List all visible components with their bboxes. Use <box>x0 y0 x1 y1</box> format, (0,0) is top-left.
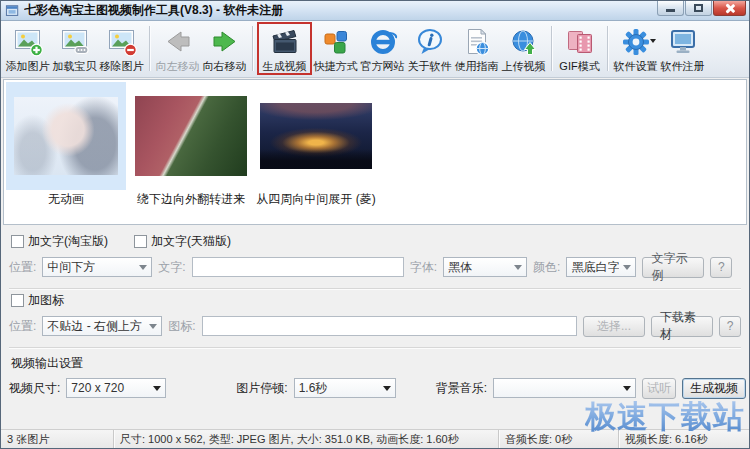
icon-file-label: 图标: <box>168 318 195 335</box>
toolbar-load-item[interactable]: 加载宝贝 <box>51 22 98 75</box>
chevron-down-icon <box>149 324 157 329</box>
toolbar-guide-label: 使用指南 <box>455 59 499 74</box>
listen-button-label: 试听 <box>647 380 671 397</box>
settings-gear-icon <box>620 27 652 57</box>
text-color-label: 颜色: <box>533 259 560 276</box>
toolbar-guide[interactable]: 使用指南 <box>453 22 500 75</box>
app-icon <box>5 4 20 18</box>
video-size-select[interactable]: 720 x 720 <box>66 378 166 398</box>
thumbnail-photo-portrait <box>14 97 118 175</box>
minimize-button[interactable] <box>657 1 684 16</box>
load-item-icon <box>59 27 91 57</box>
add-icon-checkbox[interactable] <box>11 294 24 307</box>
toolbar-register[interactable]: 软件注册 <box>659 22 706 75</box>
text-position-select[interactable]: 中间下方 <box>42 257 152 277</box>
taobao-text-checkbox-group[interactable]: 加文字(淘宝版) <box>11 233 108 250</box>
icon-position-label: 位置: <box>9 318 36 335</box>
chevron-down-icon <box>139 265 147 270</box>
toolbar-remove-image[interactable]: 移除图片 <box>98 22 145 75</box>
toolbar-website[interactable]: 官方网站 <box>359 22 406 75</box>
about-icon <box>414 27 446 57</box>
taobao-text-checkbox[interactable] <box>11 235 24 248</box>
text-sample-button[interactable]: 文字示例 <box>642 257 704 278</box>
taobao-text-checkbox-label: 加文字(淘宝版) <box>28 233 108 250</box>
thumbnail-caption: 无动画 <box>48 190 84 208</box>
toolbar-gif-mode[interactable]: GIF模式 <box>556 22 603 75</box>
image-pause-value: 1.6秒 <box>299 380 379 397</box>
app-window: 七彩色淘宝主图视频制作工具(V8.3) - 软件未注册 添加图片 <box>0 0 750 449</box>
toolbar-settings-label: 软件设置 <box>614 59 658 74</box>
toolbar-separator <box>149 26 150 71</box>
toolbar-upload-video-label: 上传视频 <box>502 59 546 74</box>
background-music-label: 背景音乐: <box>436 380 487 397</box>
toolbar-move-right[interactable]: 向右移动 <box>201 22 248 75</box>
icon-help-button[interactable]: ? <box>719 316 741 337</box>
maximize-button[interactable] <box>685 1 712 16</box>
toolbar-load-item-label: 加载宝贝 <box>53 59 97 74</box>
chevron-down-icon <box>383 386 391 391</box>
icon-choose-button[interactable]: 选择... <box>583 316 645 337</box>
tmall-text-checkbox[interactable] <box>134 235 147 248</box>
toolbar-move-right-label: 向右移动 <box>203 59 247 74</box>
toolbar-shortcut-label: 快捷方式 <box>314 59 358 74</box>
upload-video-icon <box>508 27 540 57</box>
icon-position-select[interactable]: 不贴边 - 右侧上方 <box>42 316 162 336</box>
toolbar-add-image-label: 添加图片 <box>6 59 50 74</box>
text-color-select[interactable]: 黑底白字 <box>566 257 636 277</box>
close-button[interactable] <box>713 1 746 16</box>
close-icon <box>725 3 735 13</box>
window-title: 七彩色淘宝主图视频制作工具(V8.3) - 软件未注册 <box>24 2 657 19</box>
text-content-input[interactable] <box>192 257 404 277</box>
settings-dropdown-arrow-icon <box>650 39 656 43</box>
text-checkbox-row: 加文字(淘宝版) 加文字(天猫版) <box>11 233 741 249</box>
maximize-icon <box>694 4 703 12</box>
toolbar-generate-video-label: 生成视频 <box>263 59 307 74</box>
thumbnail-item[interactable]: 无动画 <box>6 82 126 208</box>
site-watermark: 极速下载站 <box>585 396 745 438</box>
chevron-down-icon <box>623 265 631 270</box>
thumbnail-caption: 从四周向中间展开 (菱) <box>256 190 375 208</box>
background-music-select[interactable] <box>493 378 636 398</box>
gif-mode-icon <box>564 27 596 57</box>
titlebar: 七彩色淘宝主图视频制作工具(V8.3) - 软件未注册 <box>1 1 749 21</box>
toolbar-separator <box>551 26 552 71</box>
toolbar-about-label: 关于软件 <box>408 59 452 74</box>
icon-file-input[interactable] <box>202 316 577 336</box>
toolbar-add-image[interactable]: 添加图片 <box>4 22 51 75</box>
move-right-icon <box>209 27 241 57</box>
text-font-select[interactable]: 黑体 <box>443 257 527 277</box>
thumbnail-image-wrap <box>6 82 126 190</box>
icon-download-button[interactable]: 下载素材 <box>651 316 713 337</box>
image-pause-select[interactable]: 1.6秒 <box>294 378 396 398</box>
register-icon <box>667 27 699 57</box>
toolbar-about[interactable]: 关于软件 <box>406 22 453 75</box>
tmall-text-checkbox-label: 加文字(天猫版) <box>151 233 231 250</box>
thumbnail-caption: 绕下边向外翻转进来 <box>137 190 245 208</box>
remove-image-icon <box>106 27 138 57</box>
text-content-label: 文字: <box>158 259 185 276</box>
text-help-button[interactable]: ? <box>710 257 732 278</box>
shortcut-icon <box>320 27 352 57</box>
toolbar-settings[interactable]: 软件设置 <box>612 22 659 75</box>
thumbnail-photo-castle <box>260 103 372 169</box>
icon-controls-row: 位置: 不贴边 - 右侧上方 图标: 选择... 下载素材 ? <box>9 315 741 337</box>
add-image-icon <box>12 27 44 57</box>
toolbar-shortcut[interactable]: 快捷方式 <box>312 22 359 75</box>
thumbnail-photo-forest <box>135 96 247 176</box>
toolbar-generate-video[interactable]: 生成视频 <box>257 22 312 75</box>
thumbnail-image-wrap <box>256 82 376 190</box>
toolbar-move-left[interactable]: 向左移动 <box>154 22 201 75</box>
text-font-label: 字体: <box>410 259 437 276</box>
website-icon <box>367 27 399 57</box>
thumbnail-item[interactable]: 绕下边向外翻转进来 <box>131 82 251 208</box>
add-icon-checkbox-group[interactable]: 加图标 <box>11 292 64 309</box>
guide-icon <box>461 27 493 57</box>
tmall-text-checkbox-group[interactable]: 加文字(天猫版) <box>134 233 231 250</box>
toolbar-separator <box>252 26 253 71</box>
icon-choose-button-label: 选择... <box>597 318 631 335</box>
toolbar-upload-video[interactable]: 上传视频 <box>500 22 547 75</box>
section-divider <box>9 347 741 349</box>
text-color-value: 黑底白字 <box>571 259 619 276</box>
thumbnail-item[interactable]: 从四周向中间展开 (菱) <box>256 82 376 208</box>
options-area: 加文字(淘宝版) 加文字(天猫版) 位置: 中间下方 文字: 字体: 黑体 颜色… <box>1 225 749 399</box>
